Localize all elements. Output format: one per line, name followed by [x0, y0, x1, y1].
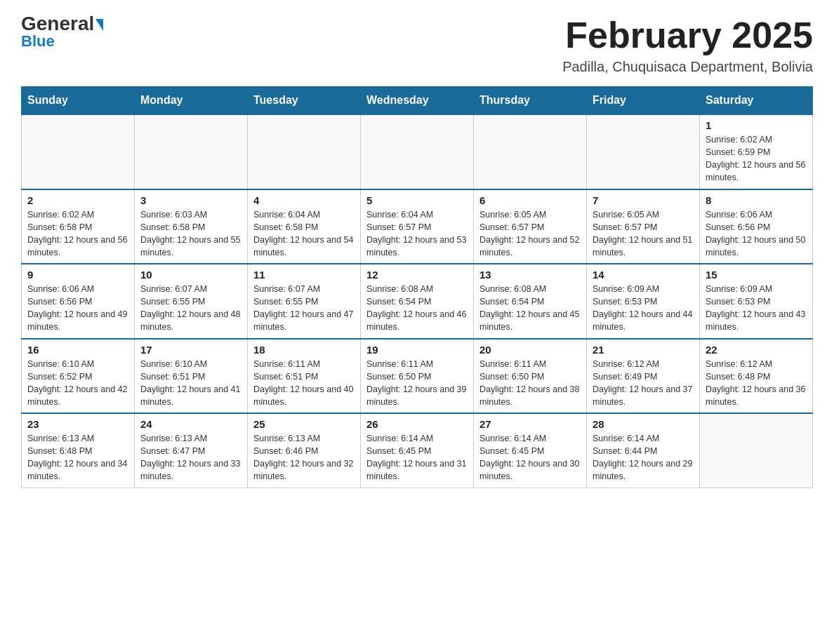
day-info: Sunrise: 6:08 AMSunset: 6:54 PMDaylight:… [479, 283, 581, 334]
day-number: 17 [140, 344, 241, 356]
table-row: 6Sunrise: 6:05 AMSunset: 6:57 PMDaylight… [474, 189, 587, 264]
day-info: Sunrise: 6:12 AMSunset: 6:49 PMDaylight:… [593, 358, 694, 409]
table-row: 24Sunrise: 6:13 AMSunset: 6:47 PMDayligh… [135, 413, 248, 488]
day-number: 20 [479, 344, 581, 356]
day-info: Sunrise: 6:04 AMSunset: 6:58 PMDaylight:… [253, 208, 355, 260]
table-row: 8Sunrise: 6:06 AMSunset: 6:56 PMDaylight… [700, 189, 813, 264]
logo: General Blue [21, 14, 103, 51]
table-row: 26Sunrise: 6:14 AMSunset: 6:45 PMDayligh… [361, 413, 474, 488]
day-info: Sunrise: 6:07 AMSunset: 6:55 PMDaylight:… [253, 283, 355, 334]
calendar-week-row: 1Sunrise: 6:02 AMSunset: 6:59 PMDaylight… [22, 114, 813, 189]
table-row: 2Sunrise: 6:02 AMSunset: 6:58 PMDaylight… [22, 189, 135, 264]
day-info: Sunrise: 6:13 AMSunset: 6:47 PMDaylight:… [140, 432, 241, 483]
day-info: Sunrise: 6:11 AMSunset: 6:50 PMDaylight:… [479, 358, 581, 409]
day-info: Sunrise: 6:10 AMSunset: 6:52 PMDaylight:… [27, 358, 128, 409]
day-number: 1 [706, 119, 807, 131]
header: General Blue February 2025 Padilla, Chuq… [21, 14, 813, 75]
day-number: 19 [366, 344, 468, 356]
table-row: 21Sunrise: 6:12 AMSunset: 6:49 PMDayligh… [587, 339, 700, 414]
table-row: 27Sunrise: 6:14 AMSunset: 6:45 PMDayligh… [474, 413, 587, 488]
table-row: 9Sunrise: 6:06 AMSunset: 6:56 PMDaylight… [22, 264, 135, 339]
col-thursday: Thursday [474, 87, 587, 115]
table-row: 17Sunrise: 6:10 AMSunset: 6:51 PMDayligh… [135, 339, 248, 414]
day-info: Sunrise: 6:13 AMSunset: 6:46 PMDaylight:… [253, 432, 355, 483]
day-info: Sunrise: 6:14 AMSunset: 6:45 PMDaylight:… [479, 432, 581, 483]
calendar-week-row: 23Sunrise: 6:13 AMSunset: 6:48 PMDayligh… [22, 413, 813, 488]
day-number: 27 [479, 418, 581, 430]
day-number: 10 [140, 269, 241, 281]
table-row: 1Sunrise: 6:02 AMSunset: 6:59 PMDaylight… [700, 114, 813, 189]
table-row [474, 114, 587, 189]
day-info: Sunrise: 6:06 AMSunset: 6:56 PMDaylight:… [706, 208, 807, 260]
col-wednesday: Wednesday [361, 87, 474, 115]
calendar-header-row: Sunday Monday Tuesday Wednesday Thursday… [22, 87, 813, 115]
day-info: Sunrise: 6:02 AMSunset: 6:58 PMDaylight:… [27, 208, 128, 260]
table-row: 19Sunrise: 6:11 AMSunset: 6:50 PMDayligh… [361, 339, 474, 414]
day-number: 11 [253, 269, 355, 281]
table-row [361, 114, 474, 189]
month-title: February 2025 [562, 14, 813, 56]
location-title: Padilla, Chuquisaca Department, Bolivia [562, 59, 813, 75]
day-number: 12 [366, 269, 468, 281]
day-number: 15 [706, 269, 807, 281]
table-row: 5Sunrise: 6:04 AMSunset: 6:57 PMDaylight… [361, 189, 474, 264]
table-row [135, 114, 248, 189]
col-saturday: Saturday [700, 87, 813, 115]
day-info: Sunrise: 6:10 AMSunset: 6:51 PMDaylight:… [140, 358, 241, 409]
col-tuesday: Tuesday [248, 87, 361, 115]
day-info: Sunrise: 6:07 AMSunset: 6:55 PMDaylight:… [140, 283, 241, 334]
day-info: Sunrise: 6:05 AMSunset: 6:57 PMDaylight:… [479, 208, 581, 260]
day-info: Sunrise: 6:09 AMSunset: 6:53 PMDaylight:… [593, 283, 694, 334]
calendar-week-row: 9Sunrise: 6:06 AMSunset: 6:56 PMDaylight… [22, 264, 813, 339]
day-info: Sunrise: 6:05 AMSunset: 6:57 PMDaylight:… [593, 208, 694, 260]
table-row: 28Sunrise: 6:14 AMSunset: 6:44 PMDayligh… [587, 413, 700, 488]
table-row: 20Sunrise: 6:11 AMSunset: 6:50 PMDayligh… [474, 339, 587, 414]
calendar: Sunday Monday Tuesday Wednesday Thursday… [21, 86, 813, 488]
day-number: 3 [140, 194, 241, 206]
table-row: 10Sunrise: 6:07 AMSunset: 6:55 PMDayligh… [135, 264, 248, 339]
day-info: Sunrise: 6:14 AMSunset: 6:44 PMDaylight:… [593, 432, 694, 483]
day-number: 8 [706, 194, 807, 206]
day-number: 14 [593, 269, 694, 281]
day-number: 24 [140, 418, 241, 430]
table-row: 12Sunrise: 6:08 AMSunset: 6:54 PMDayligh… [361, 264, 474, 339]
table-row: 14Sunrise: 6:09 AMSunset: 6:53 PMDayligh… [587, 264, 700, 339]
day-number: 4 [253, 194, 355, 206]
col-sunday: Sunday [22, 87, 135, 115]
table-row: 3Sunrise: 6:03 AMSunset: 6:58 PMDaylight… [135, 189, 248, 264]
calendar-week-row: 2Sunrise: 6:02 AMSunset: 6:58 PMDaylight… [22, 189, 813, 264]
day-number: 26 [366, 418, 468, 430]
table-row: 25Sunrise: 6:13 AMSunset: 6:46 PMDayligh… [248, 413, 361, 488]
title-area: February 2025 Padilla, Chuquisaca Depart… [562, 14, 813, 75]
day-number: 5 [366, 194, 468, 206]
day-number: 22 [706, 344, 807, 356]
logo-sub: Blue [21, 32, 55, 51]
table-row: 15Sunrise: 6:09 AMSunset: 6:53 PMDayligh… [700, 264, 813, 339]
col-monday: Monday [135, 87, 248, 115]
table-row [700, 413, 813, 488]
day-info: Sunrise: 6:02 AMSunset: 6:59 PMDaylight:… [706, 133, 807, 185]
day-info: Sunrise: 6:04 AMSunset: 6:57 PMDaylight:… [366, 208, 468, 260]
day-number: 9 [27, 269, 128, 281]
day-info: Sunrise: 6:13 AMSunset: 6:48 PMDaylight:… [27, 432, 128, 483]
day-number: 23 [27, 418, 128, 430]
day-info: Sunrise: 6:12 AMSunset: 6:48 PMDaylight:… [706, 358, 807, 409]
day-number: 25 [253, 418, 355, 430]
day-info: Sunrise: 6:09 AMSunset: 6:53 PMDaylight:… [706, 283, 807, 334]
day-number: 21 [593, 344, 694, 356]
table-row: 11Sunrise: 6:07 AMSunset: 6:55 PMDayligh… [248, 264, 361, 339]
day-number: 13 [479, 269, 581, 281]
day-number: 2 [27, 194, 128, 206]
table-row [248, 114, 361, 189]
table-row: 18Sunrise: 6:11 AMSunset: 6:51 PMDayligh… [248, 339, 361, 414]
day-info: Sunrise: 6:11 AMSunset: 6:50 PMDaylight:… [366, 358, 468, 409]
day-number: 6 [479, 194, 581, 206]
day-number: 16 [27, 344, 128, 356]
table-row: 7Sunrise: 6:05 AMSunset: 6:57 PMDaylight… [587, 189, 700, 264]
day-number: 7 [593, 194, 694, 206]
logo-main: General [21, 14, 103, 34]
day-info: Sunrise: 6:08 AMSunset: 6:54 PMDaylight:… [366, 283, 468, 334]
table-row: 13Sunrise: 6:08 AMSunset: 6:54 PMDayligh… [474, 264, 587, 339]
day-info: Sunrise: 6:06 AMSunset: 6:56 PMDaylight:… [27, 283, 128, 334]
table-row: 4Sunrise: 6:04 AMSunset: 6:58 PMDaylight… [248, 189, 361, 264]
